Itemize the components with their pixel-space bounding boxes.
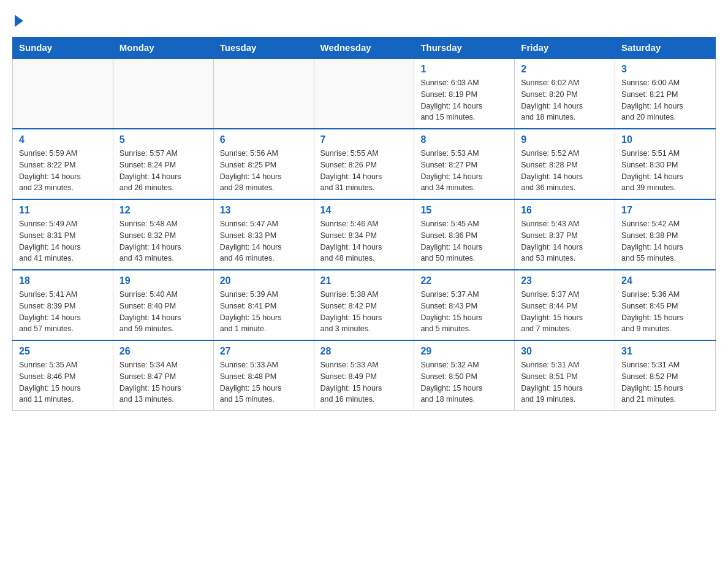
calendar-cell-w4-d7: 24Sunrise: 5:36 AMSunset: 8:45 PMDayligh… <box>615 270 716 340</box>
calendar-cell-w3-d2: 12Sunrise: 5:48 AMSunset: 8:32 PMDayligh… <box>113 199 213 270</box>
calendar-cell-w2-d4: 7Sunrise: 5:55 AMSunset: 8:26 PMDaylight… <box>314 129 414 199</box>
day-info: Sunrise: 5:49 AMSunset: 8:31 PMDaylight:… <box>19 218 107 264</box>
calendar-cell-w2-d1: 4Sunrise: 5:59 AMSunset: 8:22 PMDaylight… <box>13 129 113 199</box>
calendar-cell-w3-d5: 15Sunrise: 5:45 AMSunset: 8:36 PMDayligh… <box>414 199 515 270</box>
day-info: Sunrise: 6:03 AMSunset: 8:19 PMDaylight:… <box>420 77 508 123</box>
day-number: 23 <box>521 275 609 286</box>
logo <box>12 12 23 26</box>
day-number: 8 <box>420 134 508 145</box>
day-number: 17 <box>621 205 709 216</box>
day-info: Sunrise: 5:59 AMSunset: 8:22 PMDaylight:… <box>19 148 107 194</box>
day-number: 10 <box>621 134 709 145</box>
day-info: Sunrise: 5:36 AMSunset: 8:45 PMDaylight:… <box>621 289 709 335</box>
col-monday: Monday <box>113 37 213 59</box>
calendar-cell-w4-d6: 23Sunrise: 5:37 AMSunset: 8:44 PMDayligh… <box>515 270 615 340</box>
col-tuesday: Tuesday <box>213 37 314 59</box>
calendar-cell-w2-d2: 5Sunrise: 5:57 AMSunset: 8:24 PMDaylight… <box>113 129 213 199</box>
day-number: 22 <box>420 275 508 286</box>
day-number: 31 <box>621 346 709 357</box>
day-number: 9 <box>521 134 609 145</box>
week-row-5: 25Sunrise: 5:35 AMSunset: 8:46 PMDayligh… <box>13 340 716 411</box>
day-info: Sunrise: 5:55 AMSunset: 8:26 PMDaylight:… <box>320 148 408 194</box>
calendar-cell-w4-d5: 22Sunrise: 5:37 AMSunset: 8:43 PMDayligh… <box>414 270 515 340</box>
day-number: 4 <box>19 134 107 145</box>
day-number: 2 <box>521 64 609 75</box>
day-info: Sunrise: 5:35 AMSunset: 8:46 PMDaylight:… <box>19 359 107 405</box>
day-number: 12 <box>119 205 207 216</box>
calendar-header-row: Sunday Monday Tuesday Wednesday Thursday… <box>13 37 716 59</box>
day-info: Sunrise: 5:37 AMSunset: 8:44 PMDaylight:… <box>521 289 609 335</box>
calendar-cell-w4-d1: 18Sunrise: 5:41 AMSunset: 8:39 PMDayligh… <box>13 270 113 340</box>
col-sunday: Sunday <box>13 37 113 59</box>
week-row-2: 4Sunrise: 5:59 AMSunset: 8:22 PMDaylight… <box>13 129 716 199</box>
day-number: 3 <box>621 64 709 75</box>
day-number: 5 <box>119 134 207 145</box>
day-info: Sunrise: 5:48 AMSunset: 8:32 PMDaylight:… <box>119 218 207 264</box>
calendar-cell-w1-d2 <box>113 58 213 129</box>
day-info: Sunrise: 6:00 AMSunset: 8:21 PMDaylight:… <box>621 77 709 123</box>
col-wednesday: Wednesday <box>314 37 414 59</box>
calendar-cell-w4-d2: 19Sunrise: 5:40 AMSunset: 8:40 PMDayligh… <box>113 270 213 340</box>
col-saturday: Saturday <box>615 37 716 59</box>
day-info: Sunrise: 5:56 AMSunset: 8:25 PMDaylight:… <box>220 148 308 194</box>
day-info: Sunrise: 5:34 AMSunset: 8:47 PMDaylight:… <box>119 359 207 405</box>
col-friday: Friday <box>515 37 615 59</box>
day-number: 20 <box>220 275 308 286</box>
week-row-3: 11Sunrise: 5:49 AMSunset: 8:31 PMDayligh… <box>13 199 716 270</box>
calendar-cell-w1-d6: 2Sunrise: 6:02 AMSunset: 8:20 PMDaylight… <box>515 58 615 129</box>
day-info: Sunrise: 5:41 AMSunset: 8:39 PMDaylight:… <box>19 289 107 335</box>
day-info: Sunrise: 5:53 AMSunset: 8:27 PMDaylight:… <box>420 148 508 194</box>
day-number: 25 <box>19 346 107 357</box>
calendar-cell-w2-d6: 9Sunrise: 5:52 AMSunset: 8:28 PMDaylight… <box>515 129 615 199</box>
day-info: Sunrise: 6:02 AMSunset: 8:20 PMDaylight:… <box>521 77 609 123</box>
day-number: 28 <box>320 346 408 357</box>
week-row-4: 18Sunrise: 5:41 AMSunset: 8:39 PMDayligh… <box>13 270 716 340</box>
calendar-cell-w5-d1: 25Sunrise: 5:35 AMSunset: 8:46 PMDayligh… <box>13 340 113 411</box>
day-number: 1 <box>420 64 508 75</box>
week-row-1: 1Sunrise: 6:03 AMSunset: 8:19 PMDaylight… <box>13 58 716 129</box>
day-info: Sunrise: 5:37 AMSunset: 8:43 PMDaylight:… <box>420 289 508 335</box>
day-info: Sunrise: 5:57 AMSunset: 8:24 PMDaylight:… <box>119 148 207 194</box>
calendar-cell-w1-d1 <box>13 58 113 129</box>
day-info: Sunrise: 5:52 AMSunset: 8:28 PMDaylight:… <box>521 148 609 194</box>
day-number: 7 <box>320 134 408 145</box>
day-number: 11 <box>19 205 107 216</box>
day-info: Sunrise: 5:45 AMSunset: 8:36 PMDaylight:… <box>420 218 508 264</box>
day-number: 19 <box>119 275 207 286</box>
calendar-cell-w2-d3: 6Sunrise: 5:56 AMSunset: 8:25 PMDaylight… <box>213 129 314 199</box>
calendar-cell-w5-d4: 28Sunrise: 5:33 AMSunset: 8:49 PMDayligh… <box>314 340 414 411</box>
day-number: 15 <box>420 205 508 216</box>
day-info: Sunrise: 5:32 AMSunset: 8:50 PMDaylight:… <box>420 359 508 405</box>
day-number: 26 <box>119 346 207 357</box>
calendar-cell-w5-d3: 27Sunrise: 5:33 AMSunset: 8:48 PMDayligh… <box>213 340 314 411</box>
day-number: 14 <box>320 205 408 216</box>
day-info: Sunrise: 5:47 AMSunset: 8:33 PMDaylight:… <box>220 218 308 264</box>
day-number: 13 <box>220 205 308 216</box>
day-info: Sunrise: 5:31 AMSunset: 8:52 PMDaylight:… <box>621 359 709 405</box>
day-number: 16 <box>521 205 609 216</box>
day-number: 29 <box>420 346 508 357</box>
calendar-cell-w1-d4 <box>314 58 414 129</box>
day-info: Sunrise: 5:51 AMSunset: 8:30 PMDaylight:… <box>621 148 709 194</box>
day-info: Sunrise: 5:33 AMSunset: 8:49 PMDaylight:… <box>320 359 408 405</box>
day-info: Sunrise: 5:33 AMSunset: 8:48 PMDaylight:… <box>220 359 308 405</box>
day-number: 27 <box>220 346 308 357</box>
day-info: Sunrise: 5:42 AMSunset: 8:38 PMDaylight:… <box>621 218 709 264</box>
calendar-cell-w2-d5: 8Sunrise: 5:53 AMSunset: 8:27 PMDaylight… <box>414 129 515 199</box>
day-info: Sunrise: 5:38 AMSunset: 8:42 PMDaylight:… <box>320 289 408 335</box>
calendar-cell-w3-d3: 13Sunrise: 5:47 AMSunset: 8:33 PMDayligh… <box>213 199 314 270</box>
day-number: 18 <box>19 275 107 286</box>
calendar-cell-w2-d7: 10Sunrise: 5:51 AMSunset: 8:30 PMDayligh… <box>615 129 716 199</box>
day-info: Sunrise: 5:39 AMSunset: 8:41 PMDaylight:… <box>220 289 308 335</box>
calendar-cell-w5-d6: 30Sunrise: 5:31 AMSunset: 8:51 PMDayligh… <box>515 340 615 411</box>
calendar-cell-w5-d7: 31Sunrise: 5:31 AMSunset: 8:52 PMDayligh… <box>615 340 716 411</box>
calendar-cell-w1-d3 <box>213 58 314 129</box>
calendar-cell-w3-d6: 16Sunrise: 5:43 AMSunset: 8:37 PMDayligh… <box>515 199 615 270</box>
calendar-cell-w1-d7: 3Sunrise: 6:00 AMSunset: 8:21 PMDaylight… <box>615 58 716 129</box>
calendar-cell-w3-d4: 14Sunrise: 5:46 AMSunset: 8:34 PMDayligh… <box>314 199 414 270</box>
day-number: 21 <box>320 275 408 286</box>
calendar-cell-w4-d4: 21Sunrise: 5:38 AMSunset: 8:42 PMDayligh… <box>314 270 414 340</box>
calendar-cell-w3-d1: 11Sunrise: 5:49 AMSunset: 8:31 PMDayligh… <box>13 199 113 270</box>
day-number: 6 <box>220 134 308 145</box>
calendar-cell-w5-d5: 29Sunrise: 5:32 AMSunset: 8:50 PMDayligh… <box>414 340 515 411</box>
